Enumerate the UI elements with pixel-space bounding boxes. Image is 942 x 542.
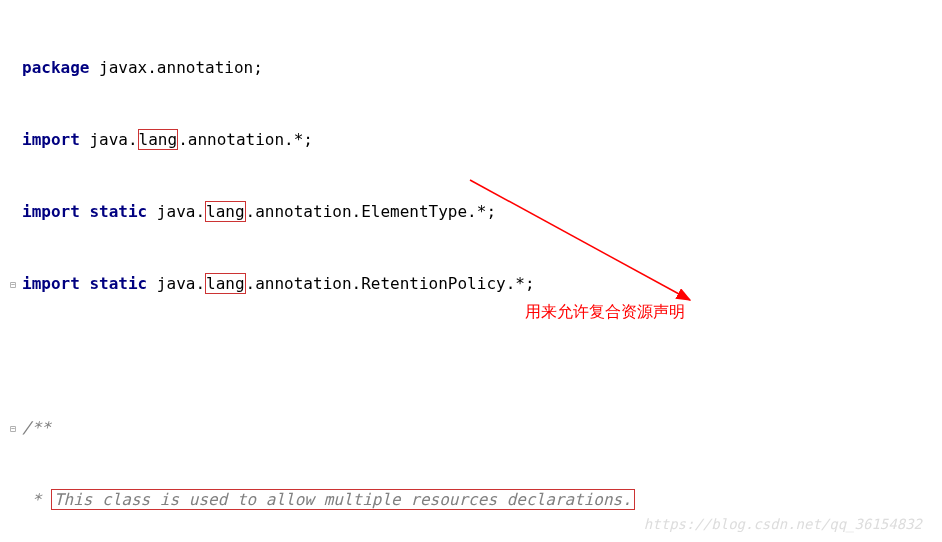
keyword-import-static: import static <box>22 202 147 221</box>
gutter: ⊟ <box>4 272 22 296</box>
package-name: javax.annotation; <box>89 58 262 77</box>
javadoc-open: /** <box>22 418 51 437</box>
highlighted-lang: lang <box>205 201 246 222</box>
gutter: ⊟ <box>4 416 22 440</box>
import-text: java. <box>147 274 205 293</box>
import-text: .annotation.*; <box>178 130 313 149</box>
highlighted-lang: lang <box>138 129 179 150</box>
code-editor[interactable]: package javax.annotation; import java.la… <box>0 0 942 542</box>
fold-icon[interactable]: ⊟ <box>6 278 20 292</box>
javadoc-star: * <box>22 490 51 509</box>
keyword-import-static: import static <box>22 274 147 293</box>
fold-icon[interactable]: ⊟ <box>6 422 20 436</box>
highlighted-lang: lang <box>205 273 246 294</box>
import-text: java. <box>147 202 205 221</box>
import-text: java. <box>80 130 138 149</box>
import-text: .annotation.RetentionPolicy.*; <box>246 274 535 293</box>
keyword-package: package <box>22 58 89 77</box>
javadoc-description: This class is used to allow multiple res… <box>51 489 635 510</box>
annotation-label: 用来允许复合资源声明 <box>525 302 685 323</box>
keyword-import: import <box>22 130 80 149</box>
watermark: https://blog.csdn.net/qq_36154832 <box>644 516 922 532</box>
import-text: .annotation.ElementType.*; <box>246 202 496 221</box>
